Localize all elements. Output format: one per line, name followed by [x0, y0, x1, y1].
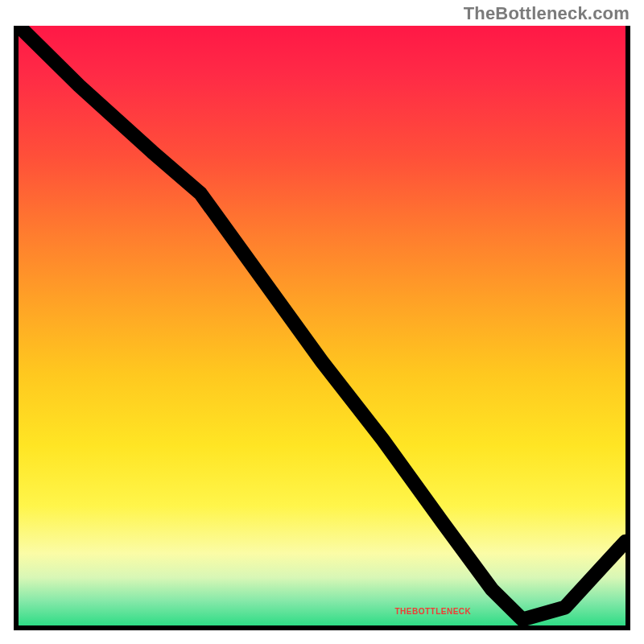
curve-path	[19, 26, 625, 620]
watermark-tiny: THEBOTTLENECK	[394, 607, 471, 616]
plot-area: THEBOTTLENECK	[14, 26, 630, 630]
chart-container: TheBottleneck.com THEBOTTLENECK	[0, 0, 644, 644]
attribution-text: TheBottleneck.com	[464, 3, 630, 24]
line-series	[19, 26, 625, 625]
